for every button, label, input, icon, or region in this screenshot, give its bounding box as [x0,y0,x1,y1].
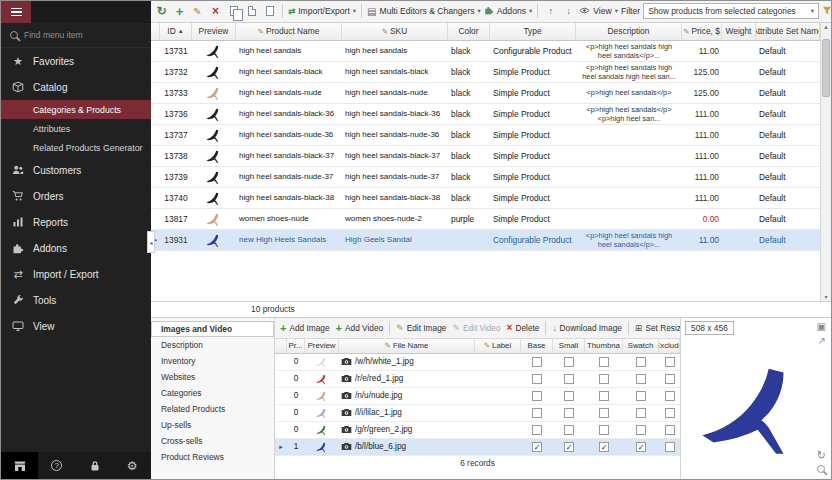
cell-small[interactable]: ✓ [553,442,585,452]
thumbnail-checkbox[interactable] [599,391,609,401]
view-menu-button[interactable]: View ▾ [579,5,618,18]
cell-base[interactable] [521,391,553,401]
column-header-price[interactable]: ✎Price, $ [682,23,722,40]
table-row[interactable]: 13733 high heel sandals-nude high heel s… [151,83,820,104]
sidebar-item-related-products-generator[interactable]: Related Products Generator [1,138,151,157]
cell-exclude[interactable] [659,442,680,452]
small-checkbox[interactable] [564,408,574,418]
cell-small[interactable] [553,374,585,384]
exclude-checkbox[interactable] [665,442,675,452]
image-row[interactable]: 0 /r/e/red_1.jpg [275,371,680,388]
cell-small[interactable] [553,391,585,401]
column-header-sku[interactable]: ✎SKU [342,23,448,40]
image-row[interactable]: 0 /w/h/white_1.jpg [275,354,680,371]
zoom-icon[interactable] [817,465,825,475]
scrollbar-thumb[interactable] [822,39,830,97]
tab-cross-sells[interactable]: Cross-sells [151,433,274,449]
sidebar-item-categories-products[interactable]: Categories & Products [1,100,151,119]
cell-small[interactable] [553,425,585,435]
cell-base[interactable] [521,374,553,384]
column-header-preview[interactable]: Preview [305,339,339,353]
delete-image-button[interactable]: ×Delete [505,322,542,333]
download-image-button[interactable]: ↓Download Image [550,323,623,333]
duplicate-button[interactable] [226,4,241,19]
paste-button[interactable] [262,4,277,19]
collapse-sidebar-handle[interactable]: ◂ [147,231,155,253]
cell-thumbnail[interactable]: ✓ [585,442,623,452]
table-row[interactable]: 13739 high heel sandals-nude-37 high hee… [151,167,820,188]
cell-small[interactable] [553,408,585,418]
tab-product-reviews[interactable]: Product Reviews [151,449,274,465]
swatch-checkbox[interactable] [636,425,646,435]
tab-images-and-video[interactable]: Images and Video [151,321,274,337]
base-checkbox[interactable] [532,425,542,435]
sidebar-item-orders[interactable]: Orders [1,183,151,209]
thumbnail-checkbox[interactable] [599,374,609,384]
tab-related-products[interactable]: Related Products [151,401,274,417]
base-checkbox[interactable] [532,408,542,418]
scroll-down-icon[interactable]: ▾ [824,293,827,300]
addons-menu-button[interactable]: Addons ▾ [484,5,532,17]
cell-thumbnail[interactable] [585,391,623,401]
image-row-selected[interactable]: ▸ 1 /b/l/blue_6.jpg ✓ ✓ ✓ ✓ [275,439,680,456]
thumbnail-checkbox[interactable] [599,408,609,418]
fullscreen-icon[interactable]: ▣ [817,322,826,332]
table-row[interactable]: 13738 high heel sandals-black-37 high he… [151,146,820,167]
refresh-button[interactable]: ↻ [154,4,169,19]
table-row[interactable]: 13737 high heel sandals-nude-36 high hee… [151,125,820,146]
tab-categories[interactable]: Categories [151,385,274,401]
column-header-preview[interactable]: Preview [192,23,236,40]
hamburger-menu-button[interactable] [1,1,31,23]
exclude-checkbox[interactable] [665,408,675,418]
small-checkbox[interactable]: ✓ [564,442,574,452]
small-checkbox[interactable] [564,357,574,367]
small-checkbox[interactable] [564,374,574,384]
sidebar-item-attributes[interactable]: Attributes [1,119,151,138]
rotate-icon[interactable]: ↻ [817,450,826,461]
column-header-description[interactable]: Description [576,23,682,40]
menu-search-input[interactable] [24,30,129,40]
column-header-swatch[interactable]: Swatch [623,339,659,353]
column-header-attribute-set[interactable]: Attribute Set Name [756,23,820,40]
sort-ascending-button[interactable]: ↑ [543,4,558,19]
column-header-base[interactable]: Base [521,339,553,353]
small-checkbox[interactable] [564,425,574,435]
base-checkbox[interactable]: ✓ [532,442,542,452]
cell-thumbnail[interactable] [585,425,623,435]
cell-thumbnail[interactable] [585,374,623,384]
cell-swatch[interactable] [623,408,659,418]
thumbnail-checkbox[interactable] [599,425,609,435]
table-row[interactable]: 13732 high heel sandals-black high heel … [151,62,820,83]
store-button[interactable] [1,452,38,479]
column-header-pr[interactable]: Pr... [287,339,305,353]
sidebar-item-favorites[interactable]: ★ Favorites [1,48,151,74]
table-row[interactable]: 13731 high heel sandals high heel sandal… [151,41,820,62]
image-row[interactable]: 0 /g/r/green_2.jpg [275,422,680,439]
sidebar-item-tools[interactable]: Tools [1,287,151,313]
delete-product-button[interactable]: × [208,4,223,19]
tab-inventory[interactable]: Inventory [151,353,274,369]
base-checkbox[interactable] [532,357,542,367]
small-checkbox[interactable] [564,391,574,401]
cell-exclude[interactable] [659,391,680,401]
swatch-checkbox[interactable] [636,357,646,367]
sidebar-item-reports[interactable]: Reports [1,209,151,235]
cell-swatch[interactable] [623,391,659,401]
exclude-checkbox[interactable] [665,374,675,384]
cell-small[interactable] [553,357,585,367]
cell-thumbnail[interactable] [585,408,623,418]
sort-descending-button[interactable]: ↓ [561,4,576,19]
table-row[interactable]: 13817 women shoes-nude women shoes-nude-… [151,209,820,230]
swatch-checkbox[interactable]: ✓ [636,442,646,452]
column-header-thumbnail[interactable]: Thumbna [585,339,623,353]
column-header-small[interactable]: Small [553,339,585,353]
multi-editors-menu-button[interactable]: ▤ Multi Editors & Changers ▾ [367,6,481,17]
column-header-product-name[interactable]: ✎Product Name [236,23,342,40]
sidebar-item-view[interactable]: View [1,313,151,339]
thumbnail-checkbox[interactable] [599,357,609,367]
copy-button[interactable] [244,4,259,19]
base-checkbox[interactable] [532,374,542,384]
add-image-button[interactable]: +Add Image [278,322,332,334]
image-row[interactable]: 0 /n/u/nude.jpg [275,388,680,405]
column-header-type[interactable]: Type [490,23,576,40]
